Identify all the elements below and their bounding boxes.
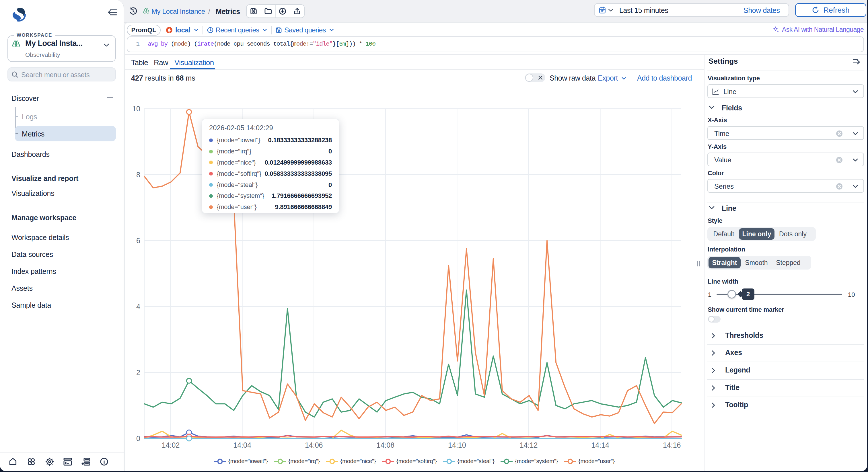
svg-text:14:06: 14:06 bbox=[305, 441, 323, 449]
svg-text:14:12: 14:12 bbox=[520, 441, 538, 449]
svg-text:14:04: 14:04 bbox=[233, 441, 251, 449]
svg-text:0: 0 bbox=[136, 434, 140, 442]
svg-text:6: 6 bbox=[136, 237, 140, 245]
svg-text:8: 8 bbox=[136, 170, 140, 179]
svg-text:14:02: 14:02 bbox=[162, 441, 180, 449]
svg-text:10: 10 bbox=[132, 105, 140, 113]
svg-text:14:10: 14:10 bbox=[448, 441, 466, 449]
svg-text:14:08: 14:08 bbox=[377, 441, 395, 449]
svg-text:4: 4 bbox=[136, 303, 140, 311]
svg-text:2: 2 bbox=[136, 369, 140, 377]
svg-text:14:16: 14:16 bbox=[663, 441, 681, 449]
svg-text:14:14: 14:14 bbox=[591, 441, 609, 449]
